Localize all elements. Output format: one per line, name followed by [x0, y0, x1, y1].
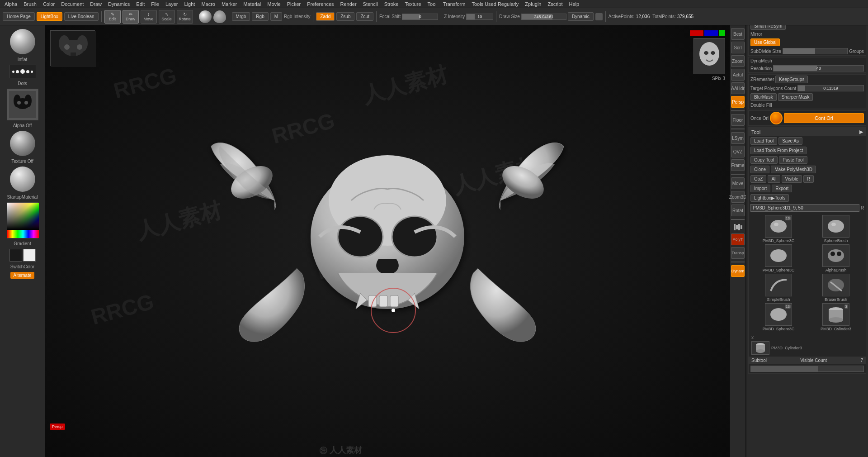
color-gradient-area[interactable]	[7, 203, 39, 230]
export-btn[interactable]: Export	[772, 185, 792, 192]
tool-item-sphere3c-2[interactable]: PM3D_Sphere3C	[750, 244, 807, 272]
canvas-area[interactable]: RRCG RRCG 人人素材 人人素材 RRCG 人人素材 RRCG	[45, 25, 730, 457]
menu-brush[interactable]: Brush	[21, 0, 39, 8]
import-btn[interactable]: Import	[750, 185, 770, 192]
rotate-view-btn[interactable]: Rotat	[731, 205, 745, 216]
focal-shift-slider[interactable]: 0	[402, 14, 438, 20]
lightbox-btn[interactable]: LightBox	[37, 12, 62, 21]
menu-zplugin[interactable]: Zplugin	[522, 0, 544, 8]
dynam-btn[interactable]: Dynam	[731, 265, 745, 277]
sharpen-mask-btn[interactable]: SharpenMask	[778, 93, 813, 101]
tool-item-spherebrush[interactable]: SphereBrush	[808, 215, 864, 243]
menu-texture[interactable]: Texture	[402, 0, 424, 8]
cont-ori-btn[interactable]: Cont Ori	[784, 113, 864, 123]
black-swatch[interactable]	[9, 249, 22, 262]
menu-document[interactable]: Document	[58, 0, 86, 8]
r-btn[interactable]: R	[803, 175, 814, 183]
material-sphere[interactable]	[199, 10, 212, 23]
blur-mask-btn[interactable]: BlurMask	[750, 93, 777, 101]
menu-draw[interactable]: Draw	[87, 0, 104, 8]
menu-stroke[interactable]: Stroke	[382, 0, 401, 8]
copy-tool-btn[interactable]: Copy Tool	[750, 156, 778, 164]
zoom3d-btn[interactable]: Zoom3D	[731, 191, 745, 203]
m-btn[interactable]: M	[270, 12, 282, 21]
tool-item-sphere3c-1[interactable]: 13 PM3D_Sphere3C	[750, 215, 807, 243]
load-tools-from-project-btn[interactable]: Load Tools From Project	[750, 147, 807, 154]
z-intensity-slider[interactable]: 10	[466, 14, 493, 20]
snapshot-icon[interactable]	[595, 13, 603, 20]
move-view-btn[interactable]: Move	[731, 177, 745, 189]
menu-file[interactable]: File	[148, 0, 162, 8]
dynamic-btn[interactable]: Dynamic	[568, 12, 594, 21]
texture-sphere[interactable]	[10, 131, 35, 156]
polyt-btn[interactable]: PolyT	[731, 233, 745, 245]
tool-item-eraserbrush[interactable]: EraserBrush	[808, 274, 864, 302]
draw-tool-btn[interactable]: ✏ Draw	[123, 10, 139, 24]
zadd-btn[interactable]: Zadd	[316, 12, 335, 21]
line-fill-icon[interactable]	[731, 223, 745, 232]
tool-item-cylinder3-2[interactable]: PM3D_Cylinder3	[750, 340, 864, 356]
menu-light[interactable]: Light	[182, 0, 198, 8]
menu-edit[interactable]: Edit	[133, 0, 147, 8]
scale-tool-btn[interactable]: ⤡ Scale	[159, 10, 175, 24]
menu-color[interactable]: Color	[40, 0, 57, 8]
rotate-tool-btn[interactable]: ↻ Rotate	[177, 10, 193, 24]
best-btn[interactable]: Best	[731, 28, 745, 40]
alternate-btn[interactable]: Alternate	[10, 272, 34, 279]
target-polygons-slider[interactable]: 0.11319	[797, 85, 864, 91]
all-btn[interactable]: All	[768, 175, 780, 183]
use-global-btn[interactable]: Use Global	[750, 38, 780, 46]
alpha-preview[interactable]	[7, 89, 38, 120]
menu-tools-used-regularly[interactable]: Tools Used Regularly	[469, 0, 521, 8]
move-tool-btn[interactable]: ↕ Move	[141, 10, 157, 24]
current-tool-selector[interactable]: PM3D_Sphere3D1_9, 50	[750, 204, 859, 212]
half-sphere-icon[interactable]	[213, 10, 226, 23]
menu-zscript[interactable]: Zscript	[545, 0, 565, 8]
aaHdr-btn[interactable]: AAHdr	[731, 82, 745, 94]
head-preview[interactable]	[693, 38, 725, 74]
brush-dots-preview[interactable]	[9, 65, 36, 78]
visible-btn[interactable]: Visible	[782, 175, 802, 183]
tool-item-cylinder3-1[interactable]: 3 PM3D_Cylinder3	[808, 303, 864, 331]
lightbox-tools-btn[interactable]: Lightbox▶Tools	[750, 194, 789, 202]
save-as-btn[interactable]: Save As	[778, 137, 802, 145]
inflat-sphere[interactable]	[10, 29, 35, 54]
scroll-btn[interactable]: Scrl	[731, 42, 745, 53]
tool-item-simplebrush[interactable]: SimpleBrush	[750, 274, 807, 302]
hue-bar[interactable]	[7, 230, 39, 238]
menu-tool[interactable]: Tool	[425, 0, 439, 8]
menu-help[interactable]: Help	[566, 0, 582, 8]
rgb-btn[interactable]: Rgb	[252, 12, 268, 21]
white-swatch[interactable]	[23, 249, 36, 262]
menu-transform[interactable]: Transform	[440, 0, 468, 8]
zcut-btn[interactable]: Zcut	[356, 12, 373, 21]
draw-size-slider[interactable]: 245.04161	[521, 14, 566, 20]
tool-item-sphere3c-3[interactable]: 13 PM3D_Sphere3C	[750, 303, 807, 331]
lsym-btn[interactable]: LSym	[731, 132, 745, 144]
menu-stencil[interactable]: Stencil	[360, 0, 381, 8]
menu-render[interactable]: Render	[338, 0, 359, 8]
resolution-slider[interactable]: 48	[773, 65, 864, 71]
home-page-btn[interactable]: Home Page	[3, 12, 35, 21]
keep-groups-btn[interactable]: KeepGroups	[775, 76, 808, 83]
tool-item-alphabrush[interactable]: AlphaBrush	[808, 244, 864, 272]
tool-section-header[interactable]: Tool ▶	[749, 128, 866, 136]
menu-picker[interactable]: Picker	[284, 0, 304, 8]
persp-btn[interactable]: Persp	[731, 96, 745, 108]
clone-btn[interactable]: Clone	[750, 166, 769, 173]
menu-layer[interactable]: Layer	[163, 0, 181, 8]
goz-btn[interactable]: GoZ	[750, 175, 766, 183]
menu-marker[interactable]: Marker	[219, 0, 240, 8]
menu-movie[interactable]: Movie	[264, 0, 283, 8]
make-polymesh3d-btn[interactable]: Make PolyMesh3D	[771, 166, 816, 173]
live-boolean-btn[interactable]: Live Boolean	[64, 12, 99, 21]
menu-macro[interactable]: Macro	[198, 0, 218, 8]
mrgb-btn[interactable]: Mrgb	[232, 12, 250, 21]
color-picker[interactable]	[7, 202, 38, 238]
edit-tool-btn[interactable]: ✎ Edit	[104, 10, 121, 24]
menu-alpha[interactable]: Alpha	[2, 0, 20, 8]
menu-dynamics[interactable]: Dynamics	[105, 0, 132, 8]
menu-preferences[interactable]: Preferences	[304, 0, 336, 8]
material-sphere-left[interactable]	[10, 167, 35, 192]
once-ori-sphere[interactable]	[770, 112, 783, 124]
